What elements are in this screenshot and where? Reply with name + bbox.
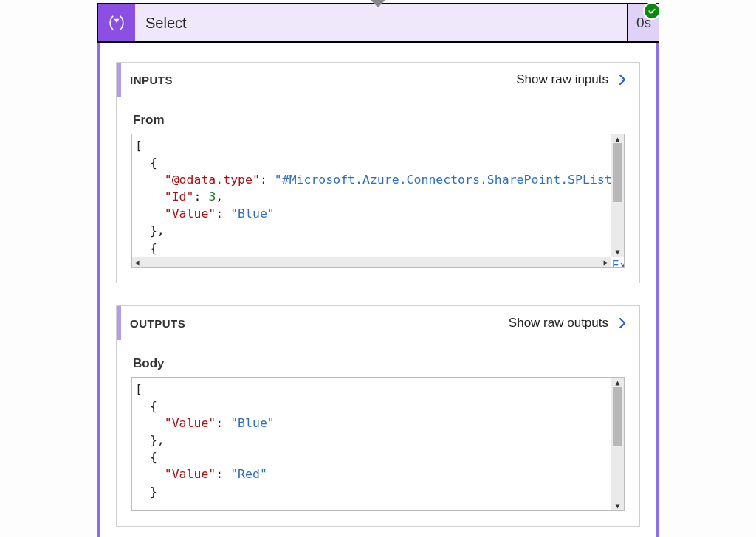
outputs-body-label: Body — [117, 340, 639, 377]
show-raw-inputs-button[interactable]: Show raw inputs — [513, 71, 632, 89]
card-header[interactable]: Select 0s — [97, 3, 659, 43]
outputs-panel-header: OUTPUTS Show raw outputs — [117, 306, 639, 340]
show-raw-outputs-button[interactable]: Show raw outputs — [506, 314, 632, 332]
select-action-icon — [98, 4, 135, 41]
outputs-panel-title: OUTPUTS — [130, 317, 185, 330]
show-raw-outputs-label: Show raw outputs — [509, 316, 608, 330]
vertical-scrollbar[interactable]: ▲ ▼ — [611, 378, 624, 510]
inputs-panel-header: INPUTS Show raw inputs — [117, 63, 639, 97]
chevron-right-icon — [616, 73, 629, 86]
scroll-left-icon[interactable]: ◀ — [132, 257, 142, 267]
scroll-right-icon[interactable]: ▶ — [601, 257, 611, 267]
inputs-panel-title: INPUTS — [130, 74, 173, 86]
flow-arrow-down-icon — [371, 0, 385, 7]
data-operation-icon — [106, 13, 127, 33]
scroll-thumb[interactable] — [613, 387, 622, 446]
scroll-down-icon[interactable]: ▼ — [611, 247, 624, 257]
scroll-thumb[interactable] — [613, 143, 622, 202]
show-raw-inputs-label: Show raw inputs — [516, 72, 608, 87]
chevron-right-icon — [616, 316, 629, 330]
status-success-badge — [643, 2, 661, 20]
checkmark-icon — [647, 7, 656, 15]
select-action-card: Select 0s INPUTS Show raw inputs From [ … — [97, 3, 659, 537]
card-title: Select — [135, 4, 627, 41]
inputs-from-value[interactable]: [ { "@odata.type": "#Microsoft.Azure.Con… — [131, 134, 625, 268]
outputs-panel: OUTPUTS Show raw outputs Body [ { "Value… — [116, 305, 640, 527]
scroll-down-icon[interactable]: ▼ — [611, 501, 624, 510]
inputs-json-content: [ { "@odata.type": "#Microsoft.Azure.Con… — [132, 134, 624, 268]
inputs-from-label: From — [117, 97, 639, 134]
vertical-scrollbar[interactable]: ▲ ▼ — [611, 134, 624, 257]
inputs-panel: INPUTS Show raw inputs From [ { "@odata.… — [116, 62, 640, 283]
horizontal-scrollbar[interactable]: ◀ ▶ — [132, 257, 611, 267]
outputs-json-content: [ { "Value": "Blue" }, { "Value": "Red" … — [132, 378, 624, 503]
outputs-body-value[interactable]: [ { "Value": "Blue" }, { "Value": "Red" … — [131, 377, 625, 511]
